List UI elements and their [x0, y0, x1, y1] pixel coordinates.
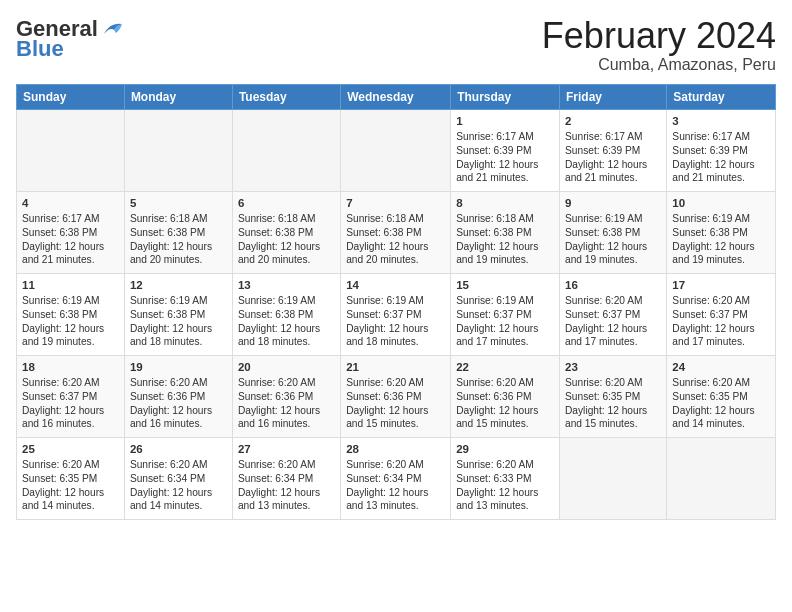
day-info: Sunrise: 6:18 AM Sunset: 6:38 PM Dayligh… — [346, 213, 428, 265]
table-row: 7Sunrise: 6:18 AM Sunset: 6:38 PM Daylig… — [341, 191, 451, 273]
day-info: Sunrise: 6:20 AM Sunset: 6:36 PM Dayligh… — [346, 377, 428, 429]
table-row — [17, 109, 125, 191]
day-number: 9 — [565, 196, 661, 212]
day-number: 24 — [672, 360, 770, 376]
table-row: 24Sunrise: 6:20 AM Sunset: 6:35 PM Dayli… — [667, 355, 776, 437]
calendar-week-row: 25Sunrise: 6:20 AM Sunset: 6:35 PM Dayli… — [17, 437, 776, 519]
day-number: 16 — [565, 278, 661, 294]
table-row: 16Sunrise: 6:20 AM Sunset: 6:37 PM Dayli… — [560, 273, 667, 355]
table-row: 14Sunrise: 6:19 AM Sunset: 6:37 PM Dayli… — [341, 273, 451, 355]
day-info: Sunrise: 6:19 AM Sunset: 6:38 PM Dayligh… — [22, 295, 104, 347]
logo-blue-text: Blue — [16, 36, 64, 62]
table-row: 25Sunrise: 6:20 AM Sunset: 6:35 PM Dayli… — [17, 437, 125, 519]
day-info: Sunrise: 6:20 AM Sunset: 6:37 PM Dayligh… — [565, 295, 647, 347]
day-info: Sunrise: 6:17 AM Sunset: 6:39 PM Dayligh… — [672, 131, 754, 183]
table-row: 8Sunrise: 6:18 AM Sunset: 6:38 PM Daylig… — [451, 191, 560, 273]
day-info: Sunrise: 6:19 AM Sunset: 6:37 PM Dayligh… — [456, 295, 538, 347]
day-number: 15 — [456, 278, 554, 294]
calendar-subtitle: Cumba, Amazonas, Peru — [542, 56, 776, 74]
table-row: 28Sunrise: 6:20 AM Sunset: 6:34 PM Dayli… — [341, 437, 451, 519]
day-info: Sunrise: 6:20 AM Sunset: 6:34 PM Dayligh… — [130, 459, 212, 511]
day-info: Sunrise: 6:17 AM Sunset: 6:39 PM Dayligh… — [565, 131, 647, 183]
day-info: Sunrise: 6:19 AM Sunset: 6:38 PM Dayligh… — [238, 295, 320, 347]
calendar-week-row: 1Sunrise: 6:17 AM Sunset: 6:39 PM Daylig… — [17, 109, 776, 191]
calendar-week-row: 11Sunrise: 6:19 AM Sunset: 6:38 PM Dayli… — [17, 273, 776, 355]
day-number: 20 — [238, 360, 335, 376]
day-info: Sunrise: 6:19 AM Sunset: 6:37 PM Dayligh… — [346, 295, 428, 347]
table-row: 22Sunrise: 6:20 AM Sunset: 6:36 PM Dayli… — [451, 355, 560, 437]
col-sunday: Sunday — [17, 84, 125, 109]
day-number: 25 — [22, 442, 119, 458]
day-info: Sunrise: 6:20 AM Sunset: 6:34 PM Dayligh… — [238, 459, 320, 511]
table-row: 18Sunrise: 6:20 AM Sunset: 6:37 PM Dayli… — [17, 355, 125, 437]
table-row: 4Sunrise: 6:17 AM Sunset: 6:38 PM Daylig… — [17, 191, 125, 273]
day-number: 11 — [22, 278, 119, 294]
day-number: 21 — [346, 360, 445, 376]
day-info: Sunrise: 6:18 AM Sunset: 6:38 PM Dayligh… — [130, 213, 212, 265]
calendar-header-row: Sunday Monday Tuesday Wednesday Thursday… — [17, 84, 776, 109]
table-row: 20Sunrise: 6:20 AM Sunset: 6:36 PM Dayli… — [232, 355, 340, 437]
col-thursday: Thursday — [451, 84, 560, 109]
day-info: Sunrise: 6:20 AM Sunset: 6:34 PM Dayligh… — [346, 459, 428, 511]
calendar-table: Sunday Monday Tuesday Wednesday Thursday… — [16, 84, 776, 520]
day-info: Sunrise: 6:17 AM Sunset: 6:39 PM Dayligh… — [456, 131, 538, 183]
day-info: Sunrise: 6:20 AM Sunset: 6:35 PM Dayligh… — [565, 377, 647, 429]
table-row: 26Sunrise: 6:20 AM Sunset: 6:34 PM Dayli… — [124, 437, 232, 519]
table-row — [667, 437, 776, 519]
table-row: 29Sunrise: 6:20 AM Sunset: 6:33 PM Dayli… — [451, 437, 560, 519]
day-number: 1 — [456, 114, 554, 130]
col-friday: Friday — [560, 84, 667, 109]
table-row: 5Sunrise: 6:18 AM Sunset: 6:38 PM Daylig… — [124, 191, 232, 273]
table-row: 19Sunrise: 6:20 AM Sunset: 6:36 PM Dayli… — [124, 355, 232, 437]
table-row: 15Sunrise: 6:19 AM Sunset: 6:37 PM Dayli… — [451, 273, 560, 355]
table-row — [232, 109, 340, 191]
col-wednesday: Wednesday — [341, 84, 451, 109]
day-number: 6 — [238, 196, 335, 212]
col-tuesday: Tuesday — [232, 84, 340, 109]
col-monday: Monday — [124, 84, 232, 109]
title-block: February 2024 Cumba, Amazonas, Peru — [542, 16, 776, 74]
day-info: Sunrise: 6:20 AM Sunset: 6:36 PM Dayligh… — [238, 377, 320, 429]
day-number: 10 — [672, 196, 770, 212]
table-row: 23Sunrise: 6:20 AM Sunset: 6:35 PM Dayli… — [560, 355, 667, 437]
day-number: 4 — [22, 196, 119, 212]
day-number: 27 — [238, 442, 335, 458]
table-row: 1Sunrise: 6:17 AM Sunset: 6:39 PM Daylig… — [451, 109, 560, 191]
day-info: Sunrise: 6:20 AM Sunset: 6:37 PM Dayligh… — [672, 295, 754, 347]
day-info: Sunrise: 6:18 AM Sunset: 6:38 PM Dayligh… — [456, 213, 538, 265]
table-row — [341, 109, 451, 191]
calendar-week-row: 18Sunrise: 6:20 AM Sunset: 6:37 PM Dayli… — [17, 355, 776, 437]
day-number: 18 — [22, 360, 119, 376]
table-row: 27Sunrise: 6:20 AM Sunset: 6:34 PM Dayli… — [232, 437, 340, 519]
day-number: 7 — [346, 196, 445, 212]
table-row — [124, 109, 232, 191]
page: General Blue February 2024 Cumba, Amazon… — [0, 0, 792, 612]
day-info: Sunrise: 6:18 AM Sunset: 6:38 PM Dayligh… — [238, 213, 320, 265]
day-info: Sunrise: 6:20 AM Sunset: 6:36 PM Dayligh… — [456, 377, 538, 429]
day-number: 17 — [672, 278, 770, 294]
day-info: Sunrise: 6:19 AM Sunset: 6:38 PM Dayligh… — [672, 213, 754, 265]
logo-bird-icon — [102, 20, 124, 38]
table-row: 3Sunrise: 6:17 AM Sunset: 6:39 PM Daylig… — [667, 109, 776, 191]
day-number: 19 — [130, 360, 227, 376]
table-row: 17Sunrise: 6:20 AM Sunset: 6:37 PM Dayli… — [667, 273, 776, 355]
day-number: 29 — [456, 442, 554, 458]
day-number: 23 — [565, 360, 661, 376]
day-info: Sunrise: 6:17 AM Sunset: 6:38 PM Dayligh… — [22, 213, 104, 265]
day-info: Sunrise: 6:19 AM Sunset: 6:38 PM Dayligh… — [130, 295, 212, 347]
calendar-week-row: 4Sunrise: 6:17 AM Sunset: 6:38 PM Daylig… — [17, 191, 776, 273]
table-row: 11Sunrise: 6:19 AM Sunset: 6:38 PM Dayli… — [17, 273, 125, 355]
day-number: 8 — [456, 196, 554, 212]
day-info: Sunrise: 6:19 AM Sunset: 6:38 PM Dayligh… — [565, 213, 647, 265]
day-number: 28 — [346, 442, 445, 458]
table-row: 13Sunrise: 6:19 AM Sunset: 6:38 PM Dayli… — [232, 273, 340, 355]
day-info: Sunrise: 6:20 AM Sunset: 6:37 PM Dayligh… — [22, 377, 104, 429]
table-row: 10Sunrise: 6:19 AM Sunset: 6:38 PM Dayli… — [667, 191, 776, 273]
day-number: 14 — [346, 278, 445, 294]
table-row: 2Sunrise: 6:17 AM Sunset: 6:39 PM Daylig… — [560, 109, 667, 191]
day-info: Sunrise: 6:20 AM Sunset: 6:35 PM Dayligh… — [672, 377, 754, 429]
day-number: 12 — [130, 278, 227, 294]
day-info: Sunrise: 6:20 AM Sunset: 6:36 PM Dayligh… — [130, 377, 212, 429]
day-info: Sunrise: 6:20 AM Sunset: 6:35 PM Dayligh… — [22, 459, 104, 511]
table-row: 6Sunrise: 6:18 AM Sunset: 6:38 PM Daylig… — [232, 191, 340, 273]
